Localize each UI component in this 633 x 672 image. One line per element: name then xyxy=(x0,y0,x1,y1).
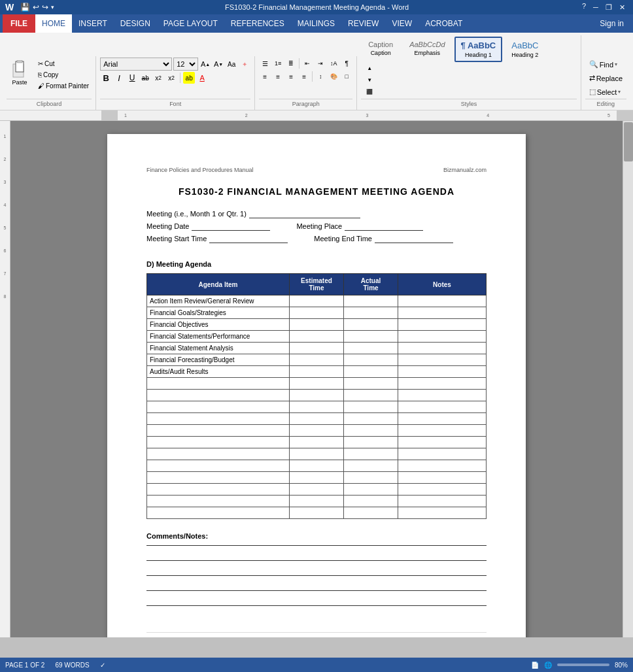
table-cell-1-0[interactable]: Financial Goals/Strategies xyxy=(147,307,290,319)
table-cell-18-2[interactable] xyxy=(344,507,398,519)
underline-button[interactable]: U xyxy=(126,72,138,84)
table-cell-2-1[interactable] xyxy=(289,319,343,331)
table-cell-2-3[interactable] xyxy=(398,319,487,331)
table-cell-6-3[interactable] xyxy=(398,366,487,378)
find-button[interactable]: 🔍 Find ▾ xyxy=(585,59,626,70)
subscript-button[interactable]: x2 xyxy=(152,72,164,84)
tab-insert[interactable]: INSERT xyxy=(72,14,114,33)
increase-indent-button[interactable]: ⇥ xyxy=(315,58,326,69)
help-icon[interactable]: ? xyxy=(579,2,589,12)
replace-button[interactable]: ⇄ Replace xyxy=(585,73,626,84)
multilevel-button[interactable]: ≣ xyxy=(285,58,297,69)
restore-button[interactable]: ❐ xyxy=(603,2,615,12)
font-color-button[interactable]: A xyxy=(196,72,208,84)
tab-review[interactable]: REVIEW xyxy=(341,14,385,33)
minimize-button[interactable]: ─ xyxy=(590,2,602,12)
meeting-place-field[interactable] xyxy=(345,222,423,231)
end-time-field[interactable] xyxy=(375,235,453,243)
table-cell-13-0[interactable] xyxy=(147,448,290,460)
table-cell-11-2[interactable] xyxy=(344,425,398,437)
table-cell-9-1[interactable] xyxy=(289,401,343,413)
clear-format-button[interactable]: ✦ xyxy=(239,58,250,70)
italic-button[interactable]: I xyxy=(113,72,125,84)
document-page[interactable]: Finance Policies and Procedures Manual B… xyxy=(107,134,526,637)
borders-button[interactable]: □ xyxy=(341,71,352,82)
quick-access-save[interactable]: 💾 xyxy=(20,3,30,12)
align-center-button[interactable]: ≡ xyxy=(272,71,284,82)
table-cell-10-1[interactable] xyxy=(289,413,343,425)
table-cell-11-1[interactable] xyxy=(289,425,343,437)
cut-button[interactable]: ✂ Cut xyxy=(35,59,92,69)
table-cell-0-0[interactable]: Action Item Review/General Review xyxy=(147,295,290,307)
quick-access-undo[interactable]: ↩ xyxy=(33,3,39,12)
table-cell-15-1[interactable] xyxy=(289,472,343,484)
table-cell-8-2[interactable] xyxy=(344,390,398,401)
format-painter-button[interactable]: 🖌 Format Painter xyxy=(35,81,92,91)
table-cell-1-3[interactable] xyxy=(398,307,487,319)
table-cell-8-0[interactable] xyxy=(147,390,290,401)
style-caption[interactable]: Caption Caption xyxy=(361,37,400,62)
table-cell-16-3[interactable] xyxy=(398,484,487,496)
table-cell-6-0[interactable]: Audits/Audit Results xyxy=(147,366,290,378)
meeting-date-field[interactable] xyxy=(192,222,270,231)
paste-button[interactable]: Paste xyxy=(7,58,33,88)
table-cell-10-0[interactable] xyxy=(147,413,290,425)
table-cell-4-1[interactable] xyxy=(289,343,343,354)
table-cell-10-2[interactable] xyxy=(344,413,398,425)
table-cell-9-3[interactable] xyxy=(398,401,487,413)
table-cell-1-1[interactable] xyxy=(289,307,343,319)
scroll-thumb[interactable] xyxy=(624,122,633,161)
tab-acrobat[interactable]: ACROBAT xyxy=(419,14,469,33)
table-cell-2-2[interactable] xyxy=(344,319,398,331)
table-cell-17-0[interactable] xyxy=(147,496,290,507)
tab-page-layout[interactable]: PAGE LAYOUT xyxy=(157,14,224,33)
align-left-button[interactable]: ≡ xyxy=(259,71,271,82)
meeting-name-field[interactable] xyxy=(249,210,360,218)
file-menu[interactable]: FILE xyxy=(3,14,35,33)
table-cell-12-0[interactable] xyxy=(147,437,290,448)
table-cell-1-2[interactable] xyxy=(344,307,398,319)
table-cell-6-2[interactable] xyxy=(344,366,398,378)
select-button[interactable]: ⬚ Select ▾ xyxy=(585,86,626,97)
font-size-select[interactable]: 12 xyxy=(173,58,198,71)
table-cell-4-0[interactable]: Financial Statement Analysis xyxy=(147,343,290,354)
table-cell-16-2[interactable] xyxy=(344,484,398,496)
table-cell-3-1[interactable] xyxy=(289,331,343,343)
table-cell-16-0[interactable] xyxy=(147,484,290,496)
table-cell-8-1[interactable] xyxy=(289,390,343,401)
justify-button[interactable]: ≡ xyxy=(298,71,310,82)
tab-view[interactable]: VIEW xyxy=(385,14,419,33)
grow-font-button[interactable]: A▲ xyxy=(199,58,211,70)
quick-access-redo[interactable]: ↪ xyxy=(42,3,48,12)
table-cell-17-3[interactable] xyxy=(398,496,487,507)
table-cell-5-3[interactable] xyxy=(398,354,487,366)
table-cell-3-2[interactable] xyxy=(344,331,398,343)
text-highlight-button[interactable]: ab xyxy=(183,72,195,84)
table-cell-14-2[interactable] xyxy=(344,460,398,472)
align-right-button[interactable]: ≡ xyxy=(285,71,297,82)
bullets-button[interactable]: ☰ xyxy=(259,58,271,69)
shrink-font-button[interactable]: A▼ xyxy=(213,58,224,70)
styles-scroll-up[interactable]: ▲ xyxy=(364,62,375,74)
table-cell-13-2[interactable] xyxy=(344,448,398,460)
style-heading2[interactable]: AaBbC Heading 2 xyxy=(505,37,545,62)
start-time-field[interactable] xyxy=(209,235,288,243)
strikethrough-button[interactable]: ab xyxy=(139,72,151,84)
table-cell-11-3[interactable] xyxy=(398,425,487,437)
bold-button[interactable]: B xyxy=(100,72,112,84)
close-button[interactable]: ✕ xyxy=(616,2,628,12)
table-cell-17-2[interactable] xyxy=(344,496,398,507)
tab-design[interactable]: DESIGN xyxy=(114,14,157,33)
table-cell-11-0[interactable] xyxy=(147,425,290,437)
table-cell-0-3[interactable] xyxy=(398,295,487,307)
table-cell-14-1[interactable] xyxy=(289,460,343,472)
table-cell-0-1[interactable] xyxy=(289,295,343,307)
styles-more[interactable]: ⬛ xyxy=(364,86,375,97)
table-cell-13-3[interactable] xyxy=(398,448,487,460)
sign-in-link[interactable]: Sign in xyxy=(593,19,630,28)
table-cell-15-0[interactable] xyxy=(147,472,290,484)
table-cell-13-1[interactable] xyxy=(289,448,343,460)
table-cell-2-0[interactable]: Financial Objectives xyxy=(147,319,290,331)
table-cell-7-3[interactable] xyxy=(398,378,487,390)
style-emphasis[interactable]: AaBbCcDd Emphasis xyxy=(403,37,451,62)
